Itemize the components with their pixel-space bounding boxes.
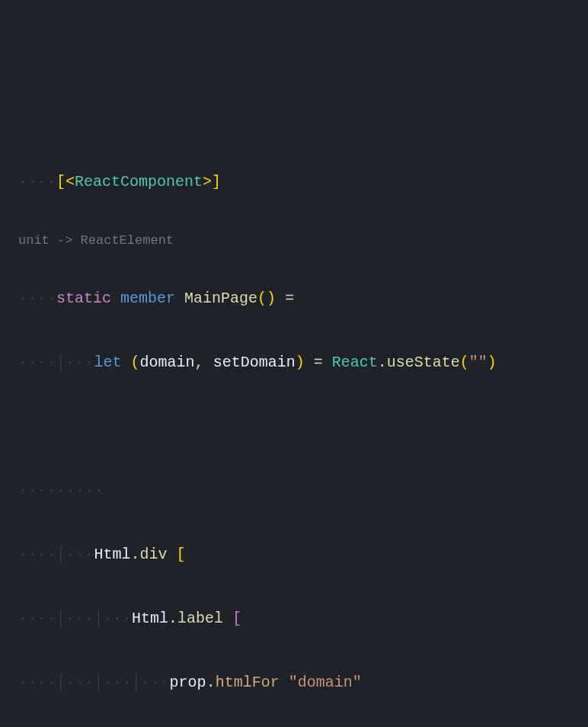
blank-line (0, 411, 588, 443)
op-eq: = (314, 354, 323, 371)
attr-open: [< (56, 173, 75, 191)
call-close: ) (487, 354, 497, 371)
code-line: ····│···Html.div [ (0, 539, 588, 571)
blank-line: ········· (0, 475, 588, 507)
code-line: ····│···let (domain, setDomain) = React.… (0, 347, 588, 379)
dot: . (168, 610, 177, 627)
dot: . (131, 546, 140, 563)
html-ident: Html (94, 546, 131, 563)
bracket-open: [ (177, 546, 186, 563)
code-editor[interactable]: ····[<ReactComponent>] unit -> ReactElem… (0, 134, 588, 727)
bracket-open: [ (232, 610, 241, 627)
prop-ident: prop (170, 674, 206, 691)
attr-close: >] (203, 173, 221, 191)
type-hint: unit -> ReactElement (0, 230, 588, 251)
attr-name: ReactComponent (75, 173, 203, 191)
function-name: MainPage (184, 290, 257, 307)
var-setdomain: setDomain (213, 354, 296, 371)
div-call: div (140, 546, 168, 563)
code-line: ····│···│···│···prop.htmlFor "domain" (0, 667, 588, 699)
paren-open: ( (131, 354, 140, 371)
paren-close: ) (296, 354, 305, 371)
call-open: ( (460, 354, 469, 371)
dot: . (206, 674, 216, 691)
parens: () (257, 290, 276, 307)
str-domain: "domain" (289, 674, 362, 691)
code-line: ····static member MainPage() = (0, 283, 588, 315)
react-ident: React (332, 354, 378, 371)
usestate-call: useState (387, 354, 460, 371)
label-call: label (177, 610, 223, 627)
code-line: ····│···│···Html.label [ (0, 603, 588, 635)
dot: . (378, 354, 387, 371)
comma: , (195, 354, 204, 371)
htmlfor-prop: htmlFor (216, 674, 280, 691)
html-ident: Html (132, 610, 168, 627)
op-eq: = (285, 290, 294, 307)
kw-member: member (120, 290, 175, 307)
kw-static: static (56, 290, 111, 307)
kw-let: let (94, 354, 122, 371)
code-line: ····[<ReactComponent>] (0, 166, 588, 198)
var-domain: domain (140, 354, 195, 371)
empty-string: "" (469, 354, 487, 371)
